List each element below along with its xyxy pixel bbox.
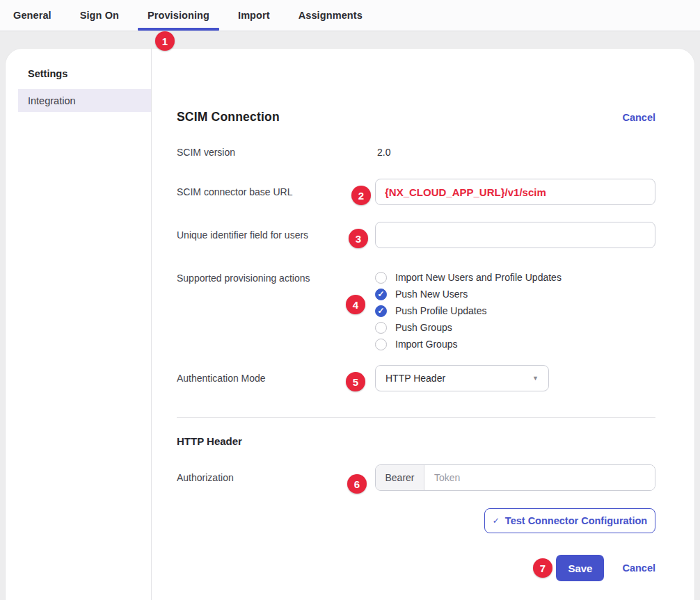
cancel-link-bottom[interactable]: Cancel: [622, 562, 655, 574]
option-push-profile-updates[interactable]: Push Profile Updates: [375, 302, 562, 319]
tab-general[interactable]: General: [12, 0, 53, 31]
test-connector-button[interactable]: ✓ Test Connector Configuration: [484, 508, 655, 533]
option-label: Push Groups: [395, 322, 452, 333]
step-badge-7: 7: [533, 558, 552, 578]
checkbox-icon[interactable]: [375, 289, 387, 300]
test-connector-label: Test Connector Configuration: [505, 515, 647, 526]
base-url-input[interactable]: [375, 179, 655, 205]
provisioning-panel: Settings Integration SCIM Connection Can…: [6, 49, 694, 600]
step-badge-2: 2: [351, 186, 371, 205]
tab-import[interactable]: Import: [237, 0, 271, 31]
step-badge-5: 5: [346, 372, 365, 391]
option-label: Push Profile Updates: [395, 305, 487, 316]
step-badge-6: 6: [347, 474, 367, 494]
option-import-new-users[interactable]: Import New Users and Profile Updates: [375, 269, 562, 286]
unique-id-label: Unique identifier field for users: [177, 229, 308, 241]
option-label: Import Groups: [395, 339, 457, 350]
auth-mode-label: Authentication Mode: [177, 373, 266, 384]
step-badge-4: 4: [346, 295, 365, 314]
check-icon: ✓: [493, 516, 500, 526]
cancel-link-top[interactable]: Cancel: [622, 112, 655, 123]
settings-sidebar: Settings Integration: [6, 49, 152, 600]
actions-label: Supported provisioning actions: [177, 273, 310, 284]
option-push-groups[interactable]: Push Groups: [375, 319, 562, 336]
scim-version-label: SCIM version: [177, 147, 235, 158]
option-label: Import New Users and Profile Updates: [395, 272, 562, 283]
sidebar-item-integration[interactable]: Integration: [18, 89, 151, 112]
section-divider: [177, 417, 655, 418]
unique-id-input[interactable]: [375, 222, 655, 248]
checkbox-icon[interactable]: [375, 305, 387, 317]
scim-version-value: 2.0: [377, 147, 390, 158]
auth-mode-select[interactable]: HTTP Header ▼: [375, 365, 549, 391]
chevron-down-icon: ▼: [532, 375, 539, 382]
bearer-prefix: Bearer: [376, 465, 424, 490]
option-push-new-users[interactable]: Push New Users: [375, 286, 562, 302]
option-import-groups[interactable]: Import Groups: [375, 336, 562, 352]
sidebar-header: Settings: [6, 68, 151, 79]
tab-sign-on[interactable]: Sign On: [79, 0, 120, 31]
option-label: Push New Users: [395, 289, 468, 300]
checkbox-icon[interactable]: [375, 272, 387, 284]
panel-title: SCIM Connection: [177, 110, 280, 124]
http-header-section-title: HTTP Header: [177, 435, 242, 447]
base-url-label: SCIM connector base URL: [177, 186, 293, 197]
tab-provisioning[interactable]: Provisioning: [146, 0, 211, 31]
authorization-input-group: Bearer: [375, 464, 655, 491]
token-input[interactable]: [424, 465, 655, 490]
step-badge-3: 3: [349, 229, 368, 248]
actions-checkbox-group: Import New Users and Profile Updates Pus…: [375, 269, 562, 352]
form-footer: Save Cancel: [177, 555, 655, 581]
provisioning-page: General Sign On Provisioning Import Assi…: [0, 0, 700, 600]
app-tab-bar: General Sign On Provisioning Import Assi…: [0, 0, 700, 31]
auth-mode-value: HTTP Header: [385, 373, 445, 384]
scim-connection-form: SCIM Connection Cancel SCIM version 2.0 …: [152, 49, 694, 600]
step-badge-1: 1: [155, 31, 175, 51]
checkbox-icon[interactable]: [375, 339, 387, 350]
save-button[interactable]: Save: [556, 555, 604, 581]
authorization-label: Authorization: [177, 472, 234, 483]
checkbox-icon[interactable]: [375, 322, 387, 334]
tab-assignments[interactable]: Assignments: [297, 0, 364, 31]
